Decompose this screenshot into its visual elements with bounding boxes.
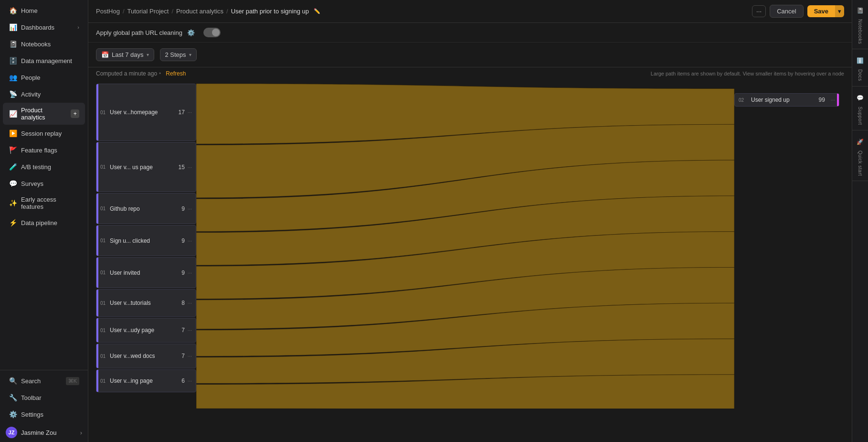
support-icon[interactable]: 💬 — [854, 91, 867, 105]
node-options-1[interactable]: ··· — [188, 164, 192, 170]
settings-icon: ⚙️ — [9, 410, 17, 419]
sidebar-bottom: 🔍 Search ⌘K 🔧 Toolbar ⚙️ Settings JZ Jas… — [0, 370, 88, 442]
rp-docs-section: ℹ️ Docs — [852, 54, 868, 86]
session-replay-icon: ▶️ — [9, 129, 17, 138]
sidebar: 🏠 Home 📊 Dashboards › 📓 Notebooks 🗄️ Dat… — [0, 0, 88, 442]
feature-flags-icon: 🚩 — [9, 146, 17, 154]
sankey-flow — [196, 84, 734, 409]
node-right-signed-up[interactable]: 02 User signed up 99 ··· — [734, 93, 839, 107]
node-bar-8 — [96, 370, 98, 392]
node-options-6[interactable]: ··· — [188, 327, 192, 333]
node-options-0[interactable]: ··· — [188, 109, 192, 115]
node-options-2[interactable]: ··· — [188, 206, 192, 212]
topbar: PostHog / Tutorial Project / Product ana… — [88, 0, 852, 23]
node-count-0: 17 — [178, 109, 184, 116]
steps-chevron-icon: ▾ — [189, 52, 191, 57]
info-row: Computed a minute ago • Refresh Large pa… — [88, 67, 852, 80]
calendar-icon: 📅 — [101, 51, 109, 58]
user-chevron-icon: › — [80, 429, 82, 436]
node-label-2: Github repo — [110, 205, 179, 212]
node-left-6[interactable]: 01 User v...udy page 7 ··· — [96, 318, 196, 343]
node-left-5[interactable]: 01 User v...tutorials 8 ··· — [96, 289, 196, 317]
sidebar-item-notebooks[interactable]: 📓 Notebooks — [3, 36, 85, 52]
node-bar-2 — [96, 194, 98, 224]
refresh-link[interactable]: Refresh — [166, 70, 186, 77]
node-step-3: 01 — [100, 238, 108, 243]
sidebar-item-ab-testing[interactable]: 🧪 A/B testing — [3, 159, 85, 175]
content: Apply global path URL cleaning ⚙️ 📅 Last… — [88, 23, 852, 442]
more-options-button[interactable]: ··· — [752, 5, 766, 17]
global-path-toggle[interactable] — [203, 28, 221, 37]
product-analytics-icon: 📈 — [9, 109, 17, 118]
sidebar-toolbar[interactable]: 🔧 Toolbar — [3, 389, 85, 406]
node-left-7[interactable]: 01 User v...wed docs 7 ··· — [96, 344, 196, 368]
sidebar-item-data-pipeline[interactable]: ⚡ Data pipeline — [3, 215, 85, 231]
breadcrumb-posthog[interactable]: PostHog — [96, 8, 120, 15]
save-chevron-button[interactable]: ▾ — [835, 5, 844, 17]
node-label-5: User v...tutorials — [110, 300, 179, 306]
save-button[interactable]: Save — [807, 5, 835, 17]
quickstart-icon[interactable]: 🚀 — [854, 135, 867, 149]
breadcrumb-tutorial-project[interactable]: Tutorial Project — [127, 8, 169, 15]
dot-separator: • — [159, 70, 161, 77]
sidebar-item-feature-flags[interactable]: 🚩 Feature flags — [3, 142, 85, 158]
date-filter-button[interactable]: 📅 Last 7 days ▾ — [96, 48, 154, 61]
settings-gear-icon[interactable]: ⚙️ — [187, 29, 195, 36]
rp-support-section: 💬 Support — [852, 91, 868, 130]
node-options-3[interactable]: ··· — [188, 238, 192, 244]
node-step-5: 01 — [100, 301, 108, 306]
search-shortcut: ⌘K — [66, 377, 79, 385]
breadcrumb-sep-3: / — [226, 8, 228, 15]
sidebar-search[interactable]: 🔍 Search ⌘K — [3, 373, 85, 389]
edit-title-icon[interactable]: ✏️ — [314, 8, 320, 14]
ab-testing-icon: 🧪 — [9, 162, 17, 171]
node-bar-4 — [96, 258, 98, 288]
breadcrumb-product-analytics[interactable]: Product analytics — [176, 8, 223, 15]
sidebar-item-people[interactable]: 👥 People — [3, 69, 85, 86]
node-bar-7 — [96, 344, 98, 368]
right-node-bar — [837, 94, 839, 106]
node-left-4[interactable]: 01 User invited 9 ··· — [96, 257, 196, 288]
sidebar-item-activity[interactable]: 📡 Activity — [3, 86, 85, 102]
node-left-2[interactable]: 01 Github repo 9 ··· — [96, 193, 196, 224]
docs-icon[interactable]: ℹ️ — [854, 54, 867, 67]
node-options-8[interactable]: ··· — [188, 378, 192, 384]
breadcrumb-sep-2: / — [171, 8, 173, 15]
search-icon: 🔍 — [9, 377, 17, 385]
sidebar-item-data-management[interactable]: 🗄️ Data management — [3, 53, 85, 69]
sidebar-item-early-access[interactable]: ✨ Early access features — [3, 192, 85, 214]
node-left-0[interactable]: 01 User v...homepage 17 ··· — [96, 84, 196, 141]
notebook-icon[interactable]: 📓 — [854, 4, 867, 17]
data-management-icon: 🗄️ — [9, 56, 17, 65]
sankey-svg — [196, 84, 734, 409]
node-options-7[interactable]: ··· — [188, 353, 192, 359]
sidebar-user[interactable]: JZ Jasmine Zou › — [0, 423, 88, 442]
node-label-7: User v...wed docs — [110, 353, 179, 359]
node-count-8: 6 — [181, 377, 185, 384]
sidebar-item-product-analytics[interactable]: 📈 Product analytics + — [3, 103, 85, 125]
sidebar-item-dashboards[interactable]: 📊 Dashboards › — [3, 19, 85, 35]
cancel-button[interactable]: Cancel — [770, 5, 803, 18]
node-count-2: 9 — [181, 205, 185, 212]
node-options-4[interactable]: ··· — [188, 270, 192, 276]
steps-filter-button[interactable]: 2 Steps ▾ — [160, 48, 197, 61]
node-left-8[interactable]: 01 User v...ing page 6 ··· — [96, 369, 196, 392]
toolbar-icon: 🔧 — [9, 393, 17, 402]
rp-quickstart-section: 🚀 Quick start — [852, 135, 868, 181]
node-count-3: 9 — [181, 237, 185, 244]
save-group: Save ▾ — [807, 5, 844, 17]
data-pipeline-icon: ⚡ — [9, 218, 17, 227]
sidebar-settings[interactable]: ⚙️ Settings — [3, 406, 85, 422]
docs-label: Docs — [857, 67, 863, 83]
sidebar-item-home[interactable]: 🏠 Home — [3, 2, 85, 19]
node-left-3[interactable]: 01 Sign u... clicked 9 ··· — [96, 225, 196, 256]
node-step-8: 01 — [100, 378, 108, 384]
breadcrumb-sep-1: / — [123, 8, 125, 15]
sidebar-item-surveys[interactable]: 💬 Surveys — [3, 175, 85, 192]
product-analytics-add-button[interactable]: + — [71, 109, 79, 118]
right-node-options[interactable]: ··· — [831, 97, 835, 103]
node-left-1[interactable]: 01 User v... us page 15 ··· — [96, 142, 196, 192]
sidebar-item-session-replay[interactable]: ▶️ Session replay — [3, 125, 85, 141]
node-options-5[interactable]: ··· — [188, 300, 192, 306]
right-node-wrapper: 02 User signed up 99 ··· — [734, 84, 844, 409]
